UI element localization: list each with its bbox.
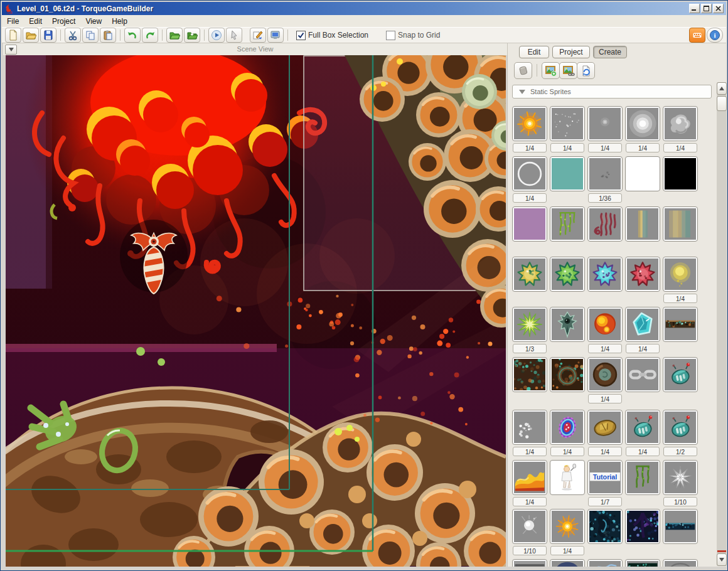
sprite-thumbnail-small-dot[interactable] — [587, 106, 623, 141]
sprite-cell: 1/4 — [512, 156, 547, 203]
sprite-thumbnail-gold-rock[interactable] — [587, 410, 623, 445]
sprite-thumbnail-sun-burst[interactable] — [512, 106, 547, 141]
sprite-thumbnail-smoke-puff[interactable] — [663, 106, 698, 141]
sprite-thumbnail-orange-sun[interactable] — [550, 509, 585, 544]
sprite-thumbnail-mottled-texture-2[interactable] — [550, 357, 585, 392]
menu-project[interactable]: Project — [47, 16, 80, 26]
sprite-thumbnail-tutorial-card[interactable]: Tutorial — [587, 460, 623, 495]
sprite-thumbnail-brown-ring[interactable] — [587, 357, 623, 392]
about-info-button[interactable]: i — [707, 28, 723, 43]
scene-object-button[interactable] — [514, 62, 532, 79]
sprite-thumbnail-green-vines[interactable] — [550, 206, 585, 242]
sprite-cell: 1/4 — [550, 106, 585, 152]
sprite-thumbnail-robot-bug[interactable] — [663, 357, 698, 392]
tab-project[interactable]: Project — [552, 46, 590, 58]
sprite-thumbnail-cartoon-character[interactable] — [550, 460, 585, 495]
close-button[interactable] — [713, 4, 724, 13]
sprite-thumbnail-blue-mottle-2[interactable] — [625, 509, 660, 544]
sprite-thumbnail-mottled-texture-1[interactable] — [512, 357, 547, 392]
sprite-thumbnail-silver-burst[interactable] — [663, 460, 698, 495]
sprite-thumbnail-spiky-ball-cyan[interactable] — [587, 257, 623, 292]
sprite-thumbnail-star-specks[interactable] — [550, 106, 585, 141]
preview-window-button[interactable] — [267, 28, 284, 43]
sprite-thumbnail-silver-blob[interactable] — [512, 509, 547, 544]
sprite-thumbnail-blue-strip[interactable] — [663, 509, 698, 544]
select-tool-button[interactable] — [226, 28, 242, 43]
sprite-thumbnail-texture-strip[interactable] — [663, 307, 698, 342]
maximize-button[interactable] — [701, 4, 712, 13]
menu-file[interactable]: File — [2, 16, 24, 26]
menu-edit[interactable]: Edit — [24, 16, 47, 26]
scrollbar-thumb[interactable] — [717, 96, 727, 111]
scene-view-header: Scene View — [3, 43, 507, 56]
sprite-thumbnail-glow-blob[interactable] — [625, 106, 660, 141]
minimize-button[interactable] — [689, 4, 700, 13]
export-assets-button[interactable] — [184, 28, 200, 43]
app-icon: TGB — [4, 4, 14, 14]
title-bar[interactable]: TGB Level_01_06.t2d - TorqueGameBuilder — [2, 2, 726, 15]
sprite-frame-count: 1/4 — [513, 143, 547, 152]
sprite-thumbnail-blue-mottle-1[interactable] — [587, 509, 623, 544]
sprite-thumbnail-spiky-ball-yellow[interactable] — [512, 257, 547, 292]
sprite-thumbnail-black-solid[interactable] — [663, 156, 698, 191]
sprite-thumbnail-purple-solid[interactable] — [512, 206, 547, 242]
sprite-thumbnail-red-tentacles[interactable] — [587, 206, 623, 242]
refresh-resources-button[interactable] — [577, 62, 595, 79]
toolbar-separator — [162, 29, 163, 41]
game-controls-button[interactable] — [689, 28, 705, 43]
sprite-thumbnail-stripe-gradient-narrow[interactable] — [625, 206, 660, 242]
sprite-thumbnail-yellow-glow-blob[interactable] — [663, 257, 698, 292]
scroll-down-button[interactable] — [717, 553, 727, 566]
sprite-thumbnail-spike-dagger[interactable] — [550, 307, 585, 342]
scroll-up-button[interactable] — [717, 82, 727, 95]
edit-object-button[interactable] — [250, 28, 266, 43]
menu-view[interactable]: View — [80, 16, 107, 26]
sprite-thumbnail-dark-arc[interactable] — [550, 559, 585, 567]
add-static-sprite-button[interactable] — [542, 62, 560, 79]
sprite-thumbnail-gray-band[interactable] — [512, 559, 547, 567]
sprite-thumbnail-fireball[interactable] — [587, 307, 623, 342]
sprite-thumbnail-teal-solid[interactable] — [550, 156, 585, 191]
sprite-frame-count: 1/7 — [588, 497, 622, 506]
sprite-thumbnail-particle-cluster[interactable] — [587, 156, 623, 191]
cut-button[interactable] — [65, 28, 81, 43]
undo-button[interactable] — [124, 28, 141, 43]
sprite-thumbnail-teal-band[interactable] — [625, 559, 660, 567]
play-level-button[interactable] — [208, 28, 225, 43]
svg-text:TGB: TGB — [6, 11, 12, 14]
sprite-thumbnail-spiky-ball-red[interactable] — [625, 257, 660, 292]
new-file-button[interactable] — [5, 28, 21, 43]
sprite-thumbnail-robot-bug[interactable] — [625, 410, 660, 445]
sprite-thumbnail-crystal-gem[interactable] — [625, 307, 660, 342]
sprite-thumbnail-white-specks[interactable] — [512, 410, 547, 445]
static-sprites-section-header[interactable]: Static Sprites — [512, 85, 712, 99]
scene-canvas[interactable] — [6, 55, 506, 567]
open-file-button[interactable] — [23, 28, 39, 43]
sprite-thumbnail-circle-outline[interactable] — [512, 156, 547, 191]
import-assets-button[interactable] — [166, 28, 183, 43]
sprite-thumbnail-stripe-gradient-wide[interactable] — [663, 206, 698, 242]
sprite-thumbnail-flame-wave[interactable] — [512, 460, 547, 495]
add-animated-sprite-button[interactable] — [559, 62, 577, 79]
sprite-thumbnail-robot-bug[interactable] — [663, 410, 698, 445]
menu-help[interactable]: Help — [107, 16, 132, 26]
tab-create[interactable]: Create — [593, 46, 627, 58]
sprite-thumbnail-blue-squiggle[interactable] — [587, 559, 623, 567]
sprite-frame-count: 1/4 — [550, 447, 584, 456]
tab-edit[interactable]: Edit — [519, 46, 549, 58]
sprite-thumbnail-white-solid[interactable] — [625, 156, 660, 191]
sprite-thumbnail-spiky-ball-green[interactable] — [550, 257, 585, 292]
sprite-thumbnail-green-vines-dark[interactable] — [625, 460, 660, 495]
sprite-thumbnail-gray-arc[interactable] — [663, 559, 698, 567]
snap-to-grid-checkbox[interactable]: Snap to Grid — [386, 31, 440, 40]
full-box-selection-checkbox[interactable]: Full Box Selection — [296, 31, 368, 40]
sprite-thumbnail-chain-links[interactable] — [625, 357, 660, 392]
paste-button[interactable] — [100, 28, 116, 43]
sprite-thumbnail-gear-eye[interactable] — [550, 410, 585, 445]
redo-button[interactable] — [142, 28, 158, 43]
panel-scrollbar[interactable] — [717, 82, 727, 566]
copy-button[interactable] — [82, 28, 99, 43]
sprite-thumbnail-spiky-burst[interactable] — [512, 307, 547, 342]
save-file-button[interactable] — [40, 28, 56, 43]
sprite-frame-count: 1/4 — [588, 394, 622, 403]
